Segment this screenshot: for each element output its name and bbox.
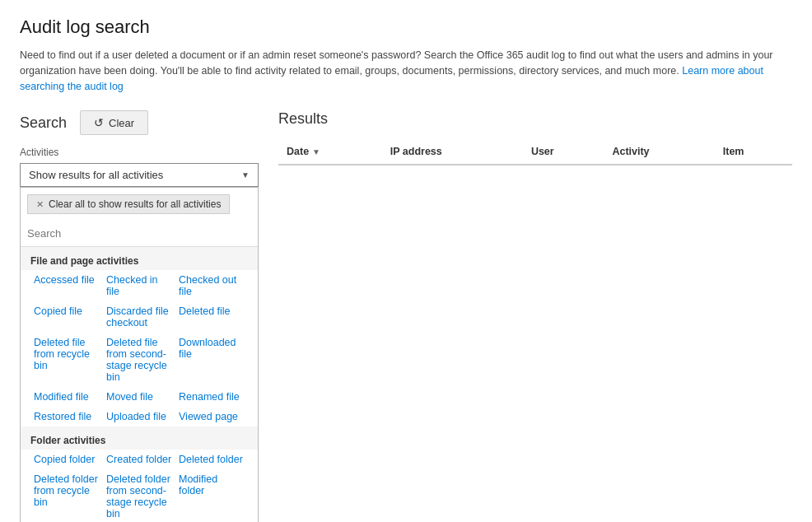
results-heading: Results: [278, 110, 792, 128]
activity-item[interactable]: Discarded file checkout: [103, 301, 175, 333]
activity-item[interactable]: Checked out file: [175, 270, 248, 301]
activities-label: Activities: [20, 147, 259, 158]
col-header-item: Item: [715, 139, 792, 165]
col-header-user: User: [523, 139, 604, 165]
activity-item[interactable]: Created folder: [103, 450, 175, 469]
activity-item[interactable]: Deleted file from recycle bin: [30, 333, 103, 387]
activity-item[interactable]: Checked in file: [103, 270, 175, 301]
sort-icon: ▼: [312, 147, 320, 156]
col-header-ip_address: IP address: [382, 139, 523, 165]
activities-dropdown[interactable]: Show results for all activities ▼: [20, 163, 259, 187]
results-empty: [278, 165, 792, 231]
activity-item[interactable]: Restored file: [30, 407, 103, 426]
activity-item[interactable]: Copied folder: [30, 450, 103, 469]
close-icon: ✕: [36, 199, 44, 210]
activity-item[interactable]: Deleted file: [175, 301, 248, 333]
activity-item[interactable]: Copied file: [30, 301, 103, 333]
activity-item[interactable]: Uploaded file: [103, 407, 175, 426]
activity-item[interactable]: Moved file: [103, 387, 175, 407]
activity-item[interactable]: Deleted folder: [175, 450, 248, 469]
activity-item[interactable]: Modified file: [30, 387, 103, 407]
results-header-row: Date ▼IP addressUserActivityItem: [278, 139, 792, 165]
col-header-date[interactable]: Date ▼: [278, 139, 382, 165]
category-label: File and page activities: [21, 247, 258, 270]
activity-item[interactable]: Deleted folder from second-stage recycle…: [103, 469, 175, 522]
clear-button[interactable]: ↺ Clear: [80, 110, 148, 135]
results-panel: Results Date ▼IP addressUserActivityItem: [278, 110, 792, 522]
activity-item[interactable]: Deleted file from second-stage recycle b…: [103, 333, 175, 387]
activities-dropdown-value: Show results for all activities: [29, 169, 163, 181]
activity-item[interactable]: Deleted folder from recycle bin: [30, 469, 103, 522]
activity-item[interactable]: Modified folder: [175, 469, 248, 522]
activity-item[interactable]: Downloaded file: [175, 333, 248, 387]
results-table: Date ▼IP addressUserActivityItem: [278, 139, 792, 231]
search-input-wrap: [21, 221, 258, 247]
page-description: Need to find out if a user deleted a doc…: [20, 48, 792, 94]
category-label: Folder activities: [21, 426, 258, 450]
activity-grid: Copied folderCreated folderDeleted folde…: [21, 450, 258, 522]
activity-item[interactable]: Accessed file: [30, 270, 103, 301]
search-panel: Search ↺ Clear Activities Show results f…: [20, 110, 259, 522]
activity-categories: File and page activitiesAccessed fileChe…: [21, 247, 258, 522]
activity-item[interactable]: Viewed page: [175, 407, 248, 426]
page-title: Audit log search: [20, 16, 792, 38]
col-header-activity: Activity: [604, 139, 714, 165]
chevron-down-icon: ▼: [241, 170, 250, 179]
activities-dropdown-panel: ✕ Clear all to show results for all acti…: [20, 187, 259, 522]
search-heading-label: Search: [20, 114, 67, 132]
clear-tag[interactable]: ✕ Clear all to show results for all acti…: [27, 194, 230, 214]
activity-item[interactable]: Renamed file: [175, 387, 248, 407]
search-input[interactable]: [27, 226, 251, 241]
activity-grid: Accessed fileChecked in fileChecked out …: [21, 270, 258, 426]
refresh-icon: ↺: [94, 116, 104, 129]
